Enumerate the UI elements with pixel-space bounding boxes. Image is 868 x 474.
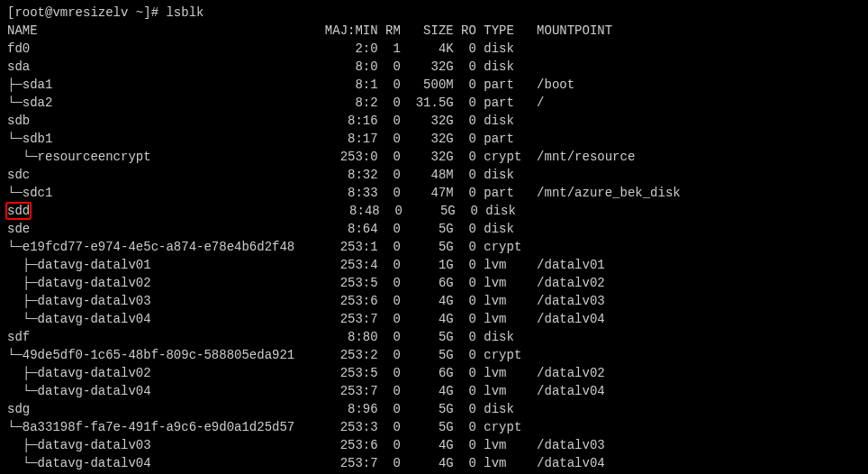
lsblk-row: └─sdb1 8:17 0 32G 0 part <box>7 130 861 148</box>
lsblk-row: ├─datavg-datalv01 253:4 0 1G 0 lvm /data… <box>7 256 861 274</box>
lsblk-row: └─datavg-datalv04 253:7 0 4G 0 lvm /data… <box>7 382 861 400</box>
command-line: [root@vmresizelv ~]# lsblk <box>7 4 861 22</box>
lsblk-row: └─datavg-datalv04 253:7 0 4G 0 lvm /data… <box>7 310 861 328</box>
lsblk-row: sdd 8:48 0 5G 0 disk <box>7 202 861 220</box>
lsblk-row: sdg 8:96 0 5G 0 disk <box>7 400 861 418</box>
lsblk-row: ├─datavg-datalv02 253:5 0 6G 0 lvm /data… <box>7 274 861 292</box>
lsblk-row: └─sda2 8:2 0 31.5G 0 part / <box>7 94 861 112</box>
lsblk-row: fd0 2:0 1 4K 0 disk <box>7 40 861 58</box>
lsblk-row: └─datavg-datalv04 253:7 0 4G 0 lvm /data… <box>7 454 861 472</box>
lsblk-row: └─e19fcd77-e974-4e5c-a874-e78e4b6d2f48 2… <box>7 238 861 256</box>
terminal[interactable]: [root@vmresizelv ~]# lsblkNAME MAJ:MIN R… <box>0 0 868 474</box>
lsblk-row: sdf 8:80 0 5G 0 disk <box>7 328 861 346</box>
lsblk-row: ├─datavg-datalv02 253:5 0 6G 0 lvm /data… <box>7 364 861 382</box>
lsblk-row: ├─sda1 8:1 0 500M 0 part /boot <box>7 76 861 94</box>
lsblk-row: sdc 8:32 0 48M 0 disk <box>7 166 861 184</box>
lsblk-row: └─49de5df0-1c65-48bf-809c-588805eda921 2… <box>7 346 861 364</box>
lsblk-row: └─8a33198f-fa7e-491f-a9c6-e9d0a1d25d57 2… <box>7 418 861 436</box>
lsblk-row: └─resourceencrypt 253:0 0 32G 0 crypt /m… <box>7 148 861 166</box>
typed-command: lsblk <box>166 5 203 20</box>
lsblk-row: sde 8:64 0 5G 0 disk <box>7 220 861 238</box>
lsblk-row: ├─datavg-datalv03 253:6 0 4G 0 lvm /data… <box>7 436 861 454</box>
prompt: [root@vmresizelv ~]# <box>7 5 166 20</box>
lsblk-header-row: NAME MAJ:MIN RM SIZE RO TYPE MOUNTPOINT <box>7 22 861 40</box>
lsblk-row: sda 8:0 0 32G 0 disk <box>7 58 861 76</box>
lsblk-row: sdb 8:16 0 32G 0 disk <box>7 112 861 130</box>
lsblk-row: ├─datavg-datalv03 253:6 0 4G 0 lvm /data… <box>7 292 861 310</box>
highlight-sdd: sdd <box>5 202 32 220</box>
lsblk-row: └─sdc1 8:33 0 47M 0 part /mnt/azure_bek_… <box>7 184 861 202</box>
